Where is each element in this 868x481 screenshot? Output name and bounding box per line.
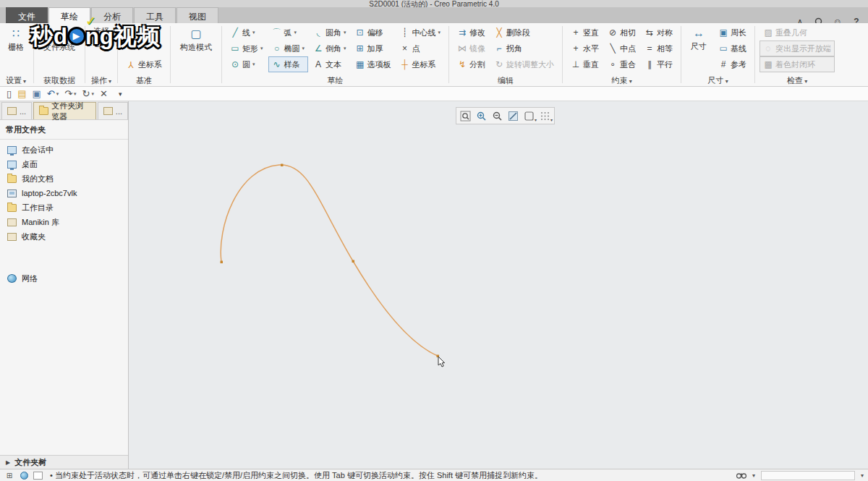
find-dropdown-icon[interactable]: ▾ [752,472,755,479]
sketch-csys-button[interactable]: ┼坐标系 [396,56,445,72]
tab-tools[interactable]: 工具 [134,7,176,23]
creo-parametric-window: S2D0001 (活动的) - Creo Parametric 4.0 文件 草… [0,0,868,481]
dimension-button[interactable]: ↔ 尺寸 [686,25,712,54]
tab-analysis[interactable]: 分析 [91,7,133,23]
circle-button[interactable]: ⊙圆 [226,56,267,72]
perpendicular-constraint-button[interactable]: ⊥垂直 [567,56,603,72]
redo-button[interactable]: ↷▾ [62,88,78,101]
folder-item-working-directory[interactable]: 工作目录 [0,200,128,215]
arc-icon: ⌒ [272,27,282,39]
in-session-icon [7,146,17,154]
tab-model-tree[interactable]: ... [1,102,32,119]
chamfer-button[interactable]: ∠倒角 [310,41,350,56]
thicken-button[interactable]: ⊞加厚 [352,41,395,56]
tab-view[interactable]: 视图 [176,7,218,23]
status-combobox[interactable] [761,471,855,480]
spline-icon: ∿ [272,59,282,69]
corner-button[interactable]: ⌐拐角 [490,41,558,56]
baseline-button[interactable]: ▭基线 [715,41,750,56]
perimeter-button[interactable]: ▣周长 [715,25,750,41]
parallel-constraint-button[interactable]: ∥平行 [641,56,676,72]
circle-label: 圆 [242,59,250,70]
vertical-constraint-button[interactable]: +竖直 [567,25,603,41]
save-button[interactable]: ▣ [30,88,43,101]
spline-button[interactable]: ∿样条 [268,56,309,72]
spline-curve[interactable] [221,165,438,356]
text-button[interactable]: A文本 [310,56,350,72]
group-label-constrain[interactable]: 约束 [567,75,676,86]
close-window-button[interactable]: ✕ [98,88,110,101]
midpoint-constraint-button[interactable]: ╲中点 [604,41,639,56]
construction-mode-button[interactable]: ▢ 构造模式 [175,25,217,55]
sketch-canvas[interactable]: ▾ ▾ [129,101,868,469]
status-dropdown-icon[interactable]: ▾ [861,472,864,479]
divide-button[interactable]: ↯分割 [454,56,489,72]
chevron-down-icon[interactable]: ▾ [56,91,59,97]
fillet-icon: ◟ [313,27,323,38]
datum-csys-button[interactable]: ⅄ 坐标系 [122,58,166,72]
check-icon: ✓ [85,13,97,29]
chevron-down-icon[interactable] [294,30,297,35]
line-button[interactable]: ╱线 [226,25,267,41]
chevron-down-icon[interactable] [252,30,255,35]
coincident-constraint-button[interactable]: ∘重合 [604,56,639,72]
chevron-down-icon[interactable] [344,30,346,35]
open-file-button[interactable]: ▤ [15,88,28,101]
folder-item-my-documents[interactable]: 我的文档 [0,171,128,186]
group-label-inspect[interactable]: 检查 [760,75,835,86]
tab-file[interactable]: 文件 [6,7,48,23]
constraint-toggle-icon[interactable]: ⊞ [4,471,14,480]
chevron-down-icon[interactable] [260,46,263,51]
rectangle-button[interactable]: ▭矩形 [226,41,267,56]
tab-favorites[interactable]: ... [98,102,128,119]
regenerate-button[interactable]: ↻▾ [80,88,96,101]
folder-item-in-session[interactable]: 在会话中 [0,142,128,157]
group-label-dimension[interactable]: 尺寸 [686,75,750,86]
spline-points[interactable] [221,164,440,358]
centerline-button[interactable]: ┊中心线 [396,25,445,41]
point-button[interactable]: ×点 [396,41,445,56]
folder-item-network[interactable]: 网络 [0,271,128,286]
undo-button[interactable]: ↶▾ [45,88,61,101]
group-label-operations[interactable]: 操作 [90,75,113,86]
new-file-button[interactable]: ▯ [4,88,14,101]
folder-item-favorites[interactable]: 收藏夹 [0,229,128,244]
ellipse-button[interactable]: ○椭圆 [268,41,309,56]
tangent-constraint-button[interactable]: ⊘相切 [604,25,639,41]
find-binoculars-icon[interactable] [736,471,746,480]
symmetric-constraint-button[interactable]: ⇆对称 [641,25,676,41]
new-file-icon: ▯ [7,88,12,99]
folder-item-computer[interactable]: laptop-2cbc7vlk [0,186,128,200]
select-filter-box[interactable] [33,472,43,480]
chevron-down-icon[interactable] [344,46,346,51]
modify-button[interactable]: ⇉修改 [454,25,489,41]
palette-button[interactable]: ▦选项板 [352,56,395,72]
toolbar-overflow-button[interactable]: ▾ [119,90,122,98]
corner-icon: ⌐ [494,43,504,54]
point-icon: × [400,43,410,54]
delete-segment-button[interactable]: ╳删除段 [490,25,558,41]
point-label: 点 [412,43,420,54]
chamfer-label: 倒角 [326,43,341,54]
folder-item-manikin-library[interactable]: Manikin 库 [0,215,128,229]
chevron-down-icon[interactable] [438,30,441,35]
grid-settings-button[interactable]: ∷ 栅格 [3,25,29,55]
tab-sketch[interactable]: 草绘 [48,7,90,23]
chevron-down-icon[interactable]: ▾ [74,91,77,97]
folder-tree-bar[interactable]: ▶ 文件夹树 [0,455,128,469]
group-label-settings[interactable]: 设置 [3,75,29,86]
web-link-icon[interactable] [19,471,29,480]
chevron-down-icon[interactable] [252,61,255,67]
offset-button[interactable]: ⊡偏移 [352,25,395,41]
folder-item-desktop[interactable]: 桌面 [0,157,128,171]
chevron-down-icon[interactable]: ▾ [92,91,95,97]
equal-constraint-button[interactable]: =相等 [641,41,676,56]
arc-button[interactable]: ⌒弧 [268,25,309,41]
tab-folder-browser[interactable]: 文件夹浏览器 [33,102,96,119]
chevron-down-icon[interactable] [302,46,305,51]
reference-button[interactable]: #参考 [715,56,750,72]
spline-drawing[interactable] [129,101,868,469]
horizontal-constraint-button[interactable]: +水平 [567,41,603,56]
fillet-button[interactable]: ◟圆角 [310,25,350,41]
folder-browser-label: 文件夹浏览器 [51,101,90,122]
